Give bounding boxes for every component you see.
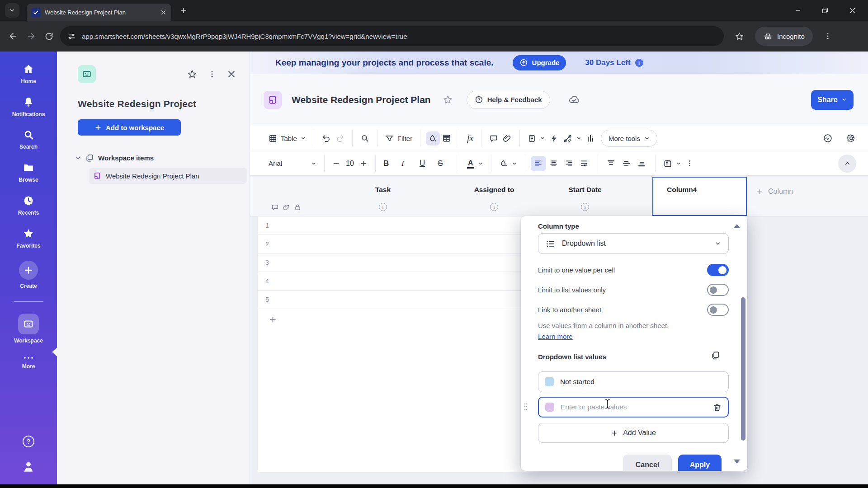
settings-gear-icon[interactable] [846, 133, 856, 143]
help-button[interactable]: ? [23, 436, 34, 447]
account-icon[interactable] [22, 460, 35, 474]
undo-button[interactable] [320, 131, 333, 145]
column-header-start-date[interactable]: Start Date [568, 186, 601, 194]
scroll-up-icon[interactable] [734, 224, 740, 228]
url-bar[interactable]: app.smartsheet.com/sheets/v3qwxMgRrP9pqp… [60, 26, 724, 46]
trash-icon[interactable] [713, 403, 722, 412]
browser-menu-button[interactable] [824, 32, 832, 40]
bold-button[interactable]: B [381, 157, 399, 170]
valign-middle-button[interactable] [619, 156, 634, 171]
info-icon[interactable]: i [635, 59, 643, 67]
align-left-button[interactable] [531, 156, 546, 171]
redo-button[interactable] [333, 131, 347, 145]
sidebar-item-favorites[interactable]: Favorites [0, 228, 57, 249]
workspace-items-header[interactable]: Workspace items [75, 154, 250, 162]
charts-button[interactable] [584, 131, 597, 145]
column-header-task[interactable]: Task [375, 186, 391, 194]
integrations-button[interactable] [561, 131, 584, 145]
align-right-button[interactable] [561, 156, 577, 171]
panel-menu-icon[interactable] [208, 70, 216, 78]
new-tab-button[interactable] [179, 6, 188, 14]
favorite-sheet-star-icon[interactable] [443, 94, 453, 105]
bookmark-button[interactable] [735, 32, 744, 41]
column-header-assigned-to[interactable]: Assigned to [474, 186, 514, 194]
font-size-increase[interactable] [358, 157, 370, 169]
more-tools-button[interactable]: More tools [601, 130, 657, 147]
site-info-icon[interactable] [67, 32, 76, 41]
sidebar-item-notifications[interactable]: Notifications [0, 96, 57, 117]
valign-top-button[interactable] [604, 156, 619, 171]
strikethrough-button[interactable]: S [435, 157, 453, 170]
favorite-star-icon[interactable] [187, 69, 197, 79]
row-comment-icon[interactable] [271, 203, 279, 211]
comments-button[interactable] [487, 131, 500, 145]
share-button[interactable]: Share [811, 90, 854, 110]
cancel-button[interactable]: Cancel [623, 455, 672, 471]
scroll-down-icon[interactable] [734, 460, 740, 464]
sidebar-item-more[interactable]: More [0, 356, 57, 370]
value-color-swatch[interactable] [545, 377, 554, 386]
underline-button[interactable]: U [417, 157, 435, 170]
add-to-workspace-button[interactable]: Add to workspace [78, 119, 181, 136]
value-color-swatch[interactable] [545, 403, 554, 412]
tab-close-icon[interactable] [160, 9, 167, 16]
learn-more-link[interactable]: Learn more [538, 333, 573, 340]
apply-button[interactable]: Apply [678, 455, 722, 471]
sidebar-item-browse[interactable]: Browse [0, 162, 57, 183]
drag-handle-icon[interactable] [524, 402, 528, 411]
font-size-value[interactable]: 10 [342, 160, 358, 168]
link-another-sheet-toggle[interactable] [707, 304, 729, 316]
text-color-button[interactable]: A [465, 156, 486, 171]
limit-list-values-toggle[interactable] [707, 284, 729, 296]
find-button[interactable] [358, 131, 372, 145]
sidebar-item-home[interactable]: Home [0, 63, 57, 84]
reload-button[interactable] [42, 30, 56, 43]
format-paint-button[interactable] [426, 131, 440, 145]
more-format-button[interactable] [684, 157, 696, 169]
column-info-icon[interactable]: i [379, 203, 387, 211]
sidebar-item-recents[interactable]: Recents [0, 195, 57, 216]
number-format-button[interactable] [661, 157, 684, 170]
forward-button[interactable] [24, 29, 38, 43]
add-column-button[interactable]: Column [755, 188, 793, 196]
forms-button[interactable] [525, 132, 547, 145]
sidebar-item-search[interactable]: Search [0, 129, 57, 150]
row-attachment-icon[interactable] [283, 203, 290, 211]
lock-icon[interactable] [294, 203, 302, 211]
dropdown-value-item[interactable]: Not started [538, 371, 729, 392]
help-feedback-button[interactable]: Help & Feedback [467, 91, 550, 109]
attachments-button[interactable] [500, 131, 514, 145]
add-value-button[interactable]: Add Value [538, 423, 729, 443]
sheet-tree-item[interactable]: Website Redesign Project Plan [89, 168, 247, 184]
upgrade-button[interactable]: Upgrade [513, 55, 566, 70]
minimize-icon[interactable] [794, 7, 802, 14]
column-header-column4-selected[interactable]: Column4 [652, 177, 747, 216]
browser-tab[interactable]: Website Redesign Project Plan [27, 4, 171, 21]
limit-one-value-toggle[interactable] [707, 264, 729, 276]
column-type-select[interactable]: Dropdown list [538, 233, 729, 254]
align-center-button[interactable] [546, 156, 561, 171]
panel-close-icon[interactable] [227, 70, 236, 79]
collapse-toolbar-button[interactable] [838, 155, 856, 173]
sidebar-item-create[interactable]: Create [0, 261, 57, 289]
font-size-decrease[interactable] [330, 157, 342, 169]
restore-icon[interactable] [821, 7, 829, 14]
formula-button[interactable]: fx [465, 131, 476, 145]
valign-bottom-button[interactable] [634, 156, 650, 171]
fill-color-button[interactable] [497, 157, 519, 170]
view-selector[interactable]: Table [266, 132, 308, 145]
popover-scrollbar[interactable] [741, 297, 745, 441]
automation-button[interactable] [547, 132, 561, 145]
font-family-select[interactable]: Arial [266, 157, 319, 169]
italic-button[interactable]: I [399, 157, 417, 170]
column-info-icon[interactable]: i [581, 203, 589, 211]
close-icon[interactable] [849, 7, 856, 14]
tab-search-button[interactable] [5, 3, 19, 18]
activity-log-icon[interactable] [823, 133, 833, 143]
back-button[interactable] [6, 29, 20, 43]
dropdown-value-input[interactable]: Enter or paste values [538, 397, 729, 418]
filter-button[interactable]: Filter [383, 132, 415, 145]
sidebar-item-workspace[interactable]: Workspace [0, 314, 57, 344]
copy-values-icon[interactable] [711, 351, 720, 360]
wrap-text-button[interactable] [577, 156, 592, 171]
